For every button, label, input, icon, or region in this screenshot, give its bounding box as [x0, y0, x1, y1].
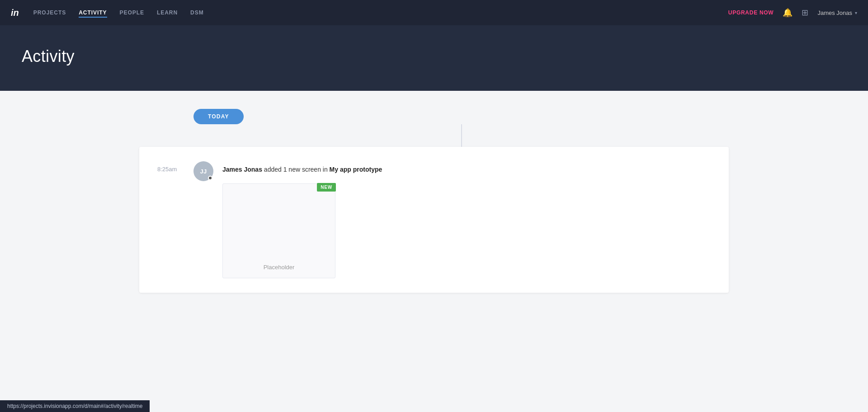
- timeline-line: [461, 124, 462, 147]
- status-bar: https://projects.invisionapp.com/d/main#…: [0, 400, 150, 412]
- avatar-wrap: JJ: [193, 161, 213, 181]
- nav-links: PROJECTS ACTIVITY PEOPLE LEARN DSM: [33, 8, 728, 18]
- screen-thumbnail-wrap: Placeholder NEW: [222, 183, 335, 278]
- status-url: https://projects.invisionapp.com/d/main#…: [7, 403, 142, 409]
- activity-card: 8:25am JJ James Jonas added 1 new screen…: [139, 147, 729, 293]
- navbar: in PROJECTS ACTIVITY PEOPLE LEARN DSM UP…: [0, 0, 868, 25]
- nav-dsm[interactable]: DSM: [190, 8, 204, 18]
- activity-row: 8:25am JJ James Jonas added 1 new screen…: [157, 161, 711, 278]
- page-header: Activity: [0, 25, 868, 91]
- new-badge: NEW: [317, 183, 336, 192]
- activity-time: 8:25am: [157, 166, 184, 173]
- timeline-container: TODAY 8:25am JJ James Jonas added 1 new …: [118, 109, 750, 293]
- user-menu[interactable]: James Jonas ▾: [817, 9, 857, 16]
- nav-people[interactable]: PEOPLE: [120, 8, 144, 18]
- screen-thumbnail[interactable]: Placeholder: [222, 183, 335, 278]
- invision-logo-icon: in: [11, 8, 19, 18]
- nav-projects[interactable]: PROJECTS: [33, 8, 66, 18]
- user-name: James Jonas: [817, 9, 852, 16]
- navbar-right: UPGRADE NOW 🔔 ⊞ James Jonas ▾: [728, 8, 857, 18]
- upgrade-button[interactable]: UPGRADE NOW: [728, 9, 774, 16]
- today-button[interactable]: TODAY: [193, 109, 244, 124]
- today-section: TODAY: [193, 109, 729, 147]
- logo[interactable]: in: [11, 8, 19, 18]
- grid-icon[interactable]: ⊞: [802, 8, 808, 18]
- avatar-status-dot: [208, 176, 212, 180]
- activity-text: James Jonas added 1 new screen in My app…: [222, 165, 711, 278]
- activity-project-name[interactable]: My app prototype: [330, 166, 382, 173]
- notification-icon[interactable]: 🔔: [783, 8, 793, 18]
- activity-user-name[interactable]: James Jonas: [222, 166, 262, 173]
- screen-placeholder-label: Placeholder: [264, 264, 295, 271]
- page-title: Activity: [22, 47, 75, 66]
- activity-description: James Jonas added 1 new screen in My app…: [222, 165, 711, 174]
- main-content: TODAY 8:25am JJ James Jonas added 1 new …: [0, 91, 868, 412]
- nav-learn[interactable]: LEARN: [157, 8, 178, 18]
- chevron-down-icon: ▾: [855, 10, 857, 15]
- nav-activity[interactable]: ACTIVITY: [79, 8, 107, 18]
